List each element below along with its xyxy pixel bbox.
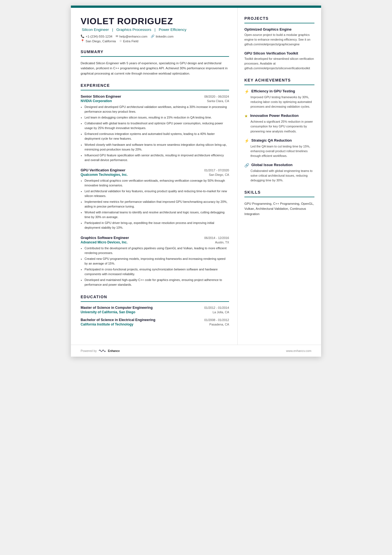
exp-header-2: Graphics Software Engineer 06/2014 - 12/… [81, 236, 229, 240]
skills-section: SKILLS GPU Programming, C++ Programming,… [244, 190, 314, 216]
project-entry-1: GPU Silicon Verification Toolkit Toolkit… [244, 51, 314, 71]
achievement-header-3: 🔗 Global Issue Resolution [244, 163, 314, 167]
skills-text: GPU Programming, C++ Programming, OpenGL… [244, 201, 314, 216]
email-icon: ✉ [116, 34, 118, 38]
bullet: Collaborated with global teams to troubl… [85, 121, 229, 130]
project-title-1: GPU Silicon Verification Toolkit [244, 51, 314, 55]
title-2: Graphics Processors [116, 28, 151, 32]
exp-location-0: Santa Clara, CA [207, 99, 229, 103]
exp-company-row-0: NVIDIA Corporation Santa Clara, CA [81, 99, 229, 103]
website-text: linkedin.com [156, 35, 173, 38]
enhancv-brand-name: Enhancv [108, 349, 120, 352]
pipe-2: | [155, 28, 156, 32]
exp-job-title-1: GPU Verification Engineer [81, 168, 125, 172]
summary-text: Dedicated Silicon Engineer with 5 years … [81, 61, 229, 76]
achievement-entry-2: ⚡ Strategic QA Reduction Led the QA team… [244, 138, 314, 158]
contact-website: 🔗 linkedin.com [151, 34, 173, 38]
enhancv-logo-icon [98, 349, 106, 353]
projects-title: PROJECTS [244, 16, 314, 21]
edu-location-1: Pasadena, CA [209, 323, 229, 326]
achievement-icon-2: ⚡ [244, 139, 249, 143]
footer-website: www.enhancv.com [286, 349, 311, 352]
edu-school-1: California Institute of Technology [81, 322, 133, 326]
exp-dates-0: 08/2020 - 06/2024 [204, 95, 229, 98]
projects-section: PROJECTS Optimized Graphics Engine Open-… [244, 16, 314, 71]
exp-job-title-2: Graphics Software Engineer [81, 236, 129, 240]
contact-phone: 📞 +1-(234)-555-1234 [81, 34, 112, 38]
exp-company-row-2: Advanced Micro Devices, Inc. Austin, TX [81, 240, 229, 244]
bullet: Developed critical graphics core verific… [85, 178, 229, 188]
exp-header-0: Senior Silicon Engineer 08/2020 - 06/202… [81, 94, 229, 98]
achievement-header-2: ⚡ Strategic QA Reduction [244, 138, 314, 143]
location-icon: 📍 [81, 39, 85, 43]
exp-company-1: Qualcomm Technologies, Inc. [81, 173, 128, 177]
exp-company-0: NVIDIA Corporation [81, 99, 112, 103]
achievement-header-0: ⚡ Efficiency in GPU Testing [244, 89, 314, 94]
title-3: Power Efficiency [159, 28, 187, 32]
edu-dates-0: 01/2012 - 01/2014 [204, 306, 229, 309]
achievement-icon-0: ⚡ [244, 89, 249, 94]
achievement-entry-1: ★ Innovative Power Reduction Achieved a … [244, 114, 314, 134]
bullet: Led architectural validation for key fea… [85, 189, 229, 198]
bullet: Enhanced continuous integration systems … [85, 132, 229, 141]
skills-divider [244, 197, 314, 197]
project-title-0: Optimized Graphics Engine [244, 27, 314, 31]
accent-bar [71, 6, 321, 8]
exp-entry-0: Senior Silicon Engineer 08/2020 - 06/202… [81, 94, 229, 162]
education-title: EDUCATION [81, 295, 229, 299]
edu-dates-1: 01/2008 - 01/2012 [204, 318, 229, 322]
edu-degree-1: Bachelor of Science in Electrical Engine… [81, 318, 155, 322]
achievement-title-3: Global Issue Resolution [251, 163, 292, 167]
contact-line-2: 📍 San Diego, California ☆ Extra Field [81, 39, 229, 43]
exp-bullets-0: Designed and developed GPU architectural… [81, 105, 229, 162]
edu-entry-1: Bachelor of Science in Electrical Engine… [81, 318, 229, 326]
experience-divider [81, 90, 229, 90]
exp-company-2: Advanced Micro Devices, Inc. [81, 240, 128, 244]
exp-entry-1: GPU Verification Engineer 01/2017 - 07/2… [81, 168, 229, 230]
achievement-desc-1: Achieved a significant 25% reduction in … [244, 119, 314, 134]
left-column: VIOLET RODRIGUEZ Silicon Engineer | Grap… [71, 8, 238, 345]
summary-title: SUMMARY [81, 50, 229, 54]
project-entry-0: Optimized Graphics Engine Open-source pr… [244, 27, 314, 47]
header-section: VIOLET RODRIGUEZ Silicon Engineer | Grap… [81, 16, 229, 43]
exp-entry-2: Graphics Software Engineer 06/2014 - 12/… [81, 236, 229, 287]
summary-section: SUMMARY Dedicated Silicon Engineer with … [81, 50, 229, 76]
achievement-desc-2: Led the QA team to cut testing time by 1… [244, 144, 314, 158]
achievements-title: KEY ACHIEVEMENTS [244, 78, 314, 82]
resume-wrapper: VIOLET RODRIGUEZ Silicon Engineer | Grap… [71, 6, 321, 357]
bullet: Contributed to the development of graphi… [85, 246, 229, 255]
edu-location-0: La Jolla, CA [213, 310, 229, 314]
bullet: Implemented new metrics for performance … [85, 199, 229, 209]
projects-divider [244, 23, 314, 23]
contact-line-1: 📞 +1-(234)-555-1234 ✉ help@enhancv.com 🔗… [81, 34, 229, 38]
resume-body: VIOLET RODRIGUEZ Silicon Engineer | Grap… [71, 8, 321, 345]
bullet: Designed and developed GPU architectural… [85, 105, 229, 114]
project-desc-1: Toolkit developed for streamlined silico… [244, 56, 314, 71]
link-icon: 🔗 [151, 34, 155, 38]
phone-text: +1-(234)-555-1234 [86, 35, 112, 38]
footer-powered-by: Powered by [81, 349, 97, 352]
edu-degree-0: Master of Science in Computer Engineerin… [81, 306, 153, 310]
achievements-section: KEY ACHIEVEMENTS ⚡ Efficiency in GPU Tes… [244, 78, 314, 183]
right-column: PROJECTS Optimized Graphics Engine Open-… [238, 8, 321, 345]
edu-school-row-0: University of California, San Diego La J… [81, 310, 229, 314]
experience-title: EXPERIENCE [81, 83, 229, 88]
extra-field-text: Extra Field [123, 40, 138, 43]
bullet: Led team in debugging complex silicon is… [85, 115, 229, 120]
skills-title: SKILLS [244, 190, 314, 194]
experience-section: EXPERIENCE Senior Silicon Engineer 08/20… [81, 83, 229, 287]
edu-header-1: Bachelor of Science in Electrical Engine… [81, 318, 229, 322]
edu-entry-0: Master of Science in Computer Engineerin… [81, 306, 229, 314]
pipe-1: | [112, 28, 113, 32]
project-desc-0: Open-source project to build a modular g… [244, 33, 314, 47]
achievement-icon-1: ★ [244, 114, 248, 118]
exp-company-row-1: Qualcomm Technologies, Inc. San Diego, C… [81, 173, 229, 177]
star-icon: ☆ [119, 39, 122, 43]
bullet: Developed and maintained high-quality C+… [85, 278, 229, 287]
achievement-desc-3: Collaborated with global engineering tea… [244, 169, 314, 183]
title-1: Silicon Engineer [82, 28, 109, 32]
achievement-title-0: Efficiency in GPU Testing [251, 89, 295, 93]
achievement-desc-0: Improved GPU testing frameworks by 30%, … [244, 95, 314, 109]
exp-bullets-2: Contributed to the development of graphi… [81, 246, 229, 287]
bullet: Influenced GPU feature specification wit… [85, 153, 229, 162]
